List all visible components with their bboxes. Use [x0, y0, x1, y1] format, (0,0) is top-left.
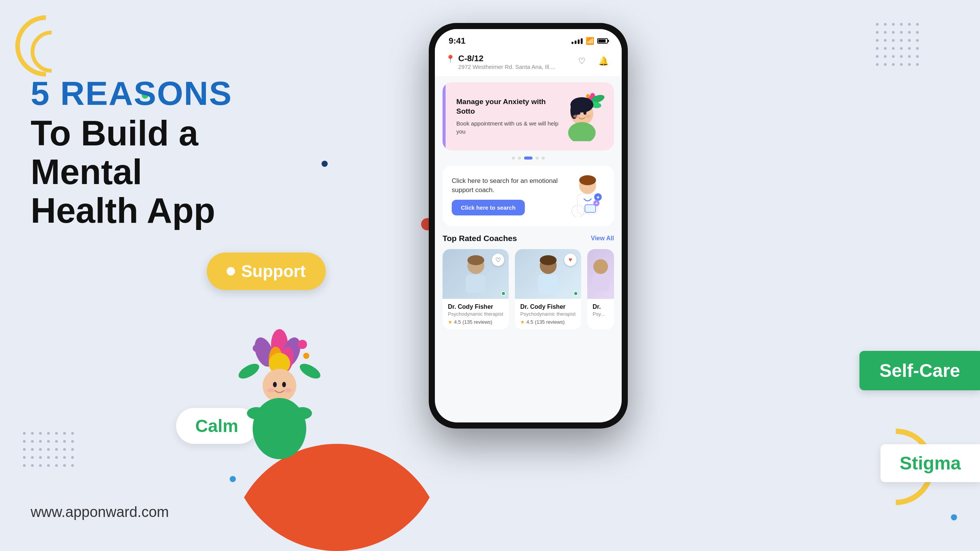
search-coach-card: Click here to search for an emotional su… [443, 166, 614, 226]
signal-bars [572, 38, 583, 44]
coach-info-3: Dr. Psy... [587, 299, 614, 324]
phone-mockup: 9:41 📶 � [429, 23, 628, 444]
app-header: 📍 C-8/12 2972 Westheimer Rd. Santa Ana, … [435, 49, 622, 76]
status-icons: 📶 [572, 37, 608, 45]
location-code: C-8/12 [458, 54, 555, 64]
star-icon-1: ★ [448, 319, 452, 325]
banner-title: Manage your Anxiety with Sotto [456, 97, 559, 116]
website-url: www.apponward.com [31, 504, 169, 520]
title-reasons: 5 REASONS [31, 77, 314, 110]
coach-info-1: Dr. Cody Fisher Psychodynamic therapist … [443, 299, 509, 329]
indicator-5[interactable] [542, 156, 545, 160]
svg-rect-45 [466, 275, 486, 293]
rating-value-2: 4.5 [526, 319, 533, 325]
section-header-coaches: Top Rated Coaches View All [443, 234, 614, 243]
coach-photo-1: ♡ [443, 249, 509, 299]
coach-rating-1: ★ 4.5 (135 reviews) [448, 319, 503, 325]
battery-icon [597, 38, 608, 44]
search-card-title: Click here to search for an emotional su… [452, 176, 564, 195]
phone-screen: 9:41 📶 � [435, 29, 622, 422]
svg-text:✦: ✦ [595, 201, 598, 205]
favorite-icon[interactable]: ♡ [574, 54, 590, 69]
indicator-2[interactable] [518, 156, 521, 160]
signal-bar-2 [575, 41, 577, 44]
location-address: 2972 Westheimer Rd. Santa Ana, Ill.... [458, 64, 555, 70]
svg-point-33 [568, 122, 596, 141]
coaches-section-title: Top Rated Coaches [443, 234, 517, 243]
indicator-4[interactable] [536, 156, 539, 160]
svg-point-24 [586, 94, 590, 98]
doctor-illustration: ♥ ✦ [570, 175, 605, 217]
svg-point-18 [293, 407, 312, 419]
decorative-dot-blue2 [951, 514, 957, 520]
svg-point-13 [282, 382, 286, 387]
coach-specialty-3: Psy... [593, 311, 609, 317]
search-button[interactable]: Click here to search [452, 200, 525, 215]
header-action-icons: ♡ 🔔 [574, 54, 611, 69]
svg-rect-37 [585, 205, 596, 212]
svg-point-7 [253, 344, 260, 352]
coach-favorite-btn-2[interactable]: ♥ [564, 254, 577, 266]
coach-info-2: Dr. Cody Fisher Psychodynamic therapist … [515, 299, 581, 329]
svg-point-47 [540, 255, 557, 265]
coach-favorite-btn-1[interactable]: ♡ [492, 254, 504, 266]
indicator-3[interactable] [524, 156, 532, 160]
decorative-dot-blue [230, 476, 236, 482]
banner-accent-bar [443, 82, 446, 150]
signal-bar-1 [572, 42, 573, 44]
coach-photo-2: ♥ [515, 249, 581, 299]
rating-reviews-2: (135 reviews) [535, 319, 565, 325]
coach-name-2: Dr. Cody Fisher [520, 303, 576, 310]
signal-bar-3 [578, 39, 580, 44]
banner-card: Manage your Anxiety with Sotto Book appo… [443, 82, 614, 150]
banner-subtitle: Book appointment with us & we will help … [456, 119, 559, 135]
svg-point-30 [583, 111, 586, 115]
wifi-icon: 📶 [586, 37, 594, 45]
view-all-link[interactable]: View All [591, 235, 614, 242]
svg-point-14 [267, 388, 275, 393]
coach-card-2: ♥ Dr. Cody Fisher Psychodynamic therapis… [515, 249, 581, 329]
self-care-badge: Self-Care [859, 351, 980, 390]
svg-text:♥: ♥ [596, 195, 599, 200]
coach-online-indicator-2 [573, 291, 578, 296]
svg-point-35 [579, 175, 596, 185]
svg-point-9 [236, 361, 261, 381]
svg-point-31 [573, 115, 578, 118]
coach-specialty-2: Psychodynamic therapist [520, 311, 576, 317]
search-text-area: Click here to search for an emotional su… [452, 176, 564, 216]
svg-point-32 [585, 115, 591, 118]
coach-online-indicator-1 [501, 291, 506, 296]
svg-point-25 [590, 93, 595, 98]
dot-grid-top-right [876, 23, 919, 66]
banner-text-area: Manage your Anxiety with Sotto Book appo… [452, 97, 559, 135]
dot-grid-bottom-left [23, 432, 74, 467]
coach-photo-3 [587, 249, 614, 299]
svg-point-19 [271, 400, 288, 409]
svg-point-17 [247, 407, 266, 419]
title-build: To Build a MentalHealth App [31, 114, 314, 230]
stigma-badge: Stigma [880, 444, 980, 482]
coach-card-1: ♡ Dr. Cody Fisher Psychodynamic therapis… [443, 249, 509, 329]
indicator-1[interactable] [512, 156, 515, 160]
svg-point-49 [593, 259, 608, 274]
svg-point-44 [467, 255, 484, 265]
coach-rating-2: ★ 4.5 (135 reviews) [520, 319, 576, 325]
svg-point-11 [263, 369, 296, 403]
support-label: Support [241, 262, 306, 281]
status-time: 9:41 [449, 36, 466, 46]
coaches-row: ♡ Dr. Cody Fisher Psychodynamic therapis… [443, 249, 614, 329]
app-scroll-content: Manage your Anxiety with Sotto Book appo… [435, 76, 622, 336]
phone-frame: 9:41 📶 � [429, 23, 628, 429]
notification-icon[interactable]: 🔔 [596, 54, 611, 69]
rating-value-1: 4.5 [454, 319, 461, 325]
svg-point-29 [577, 111, 580, 115]
status-bar: 9:41 📶 [435, 29, 622, 49]
location-area: 📍 C-8/12 2972 Westheimer Rd. Santa Ana, … [446, 54, 555, 70]
location-pin-icon: 📍 [446, 54, 455, 64]
support-button[interactable]: Support [207, 253, 326, 290]
coach-specialty-1: Psychodynamic therapist [448, 311, 503, 317]
signal-bar-4 [581, 38, 583, 44]
svg-point-10 [297, 361, 323, 381]
svg-point-15 [284, 388, 292, 393]
svg-point-6 [298, 340, 307, 349]
